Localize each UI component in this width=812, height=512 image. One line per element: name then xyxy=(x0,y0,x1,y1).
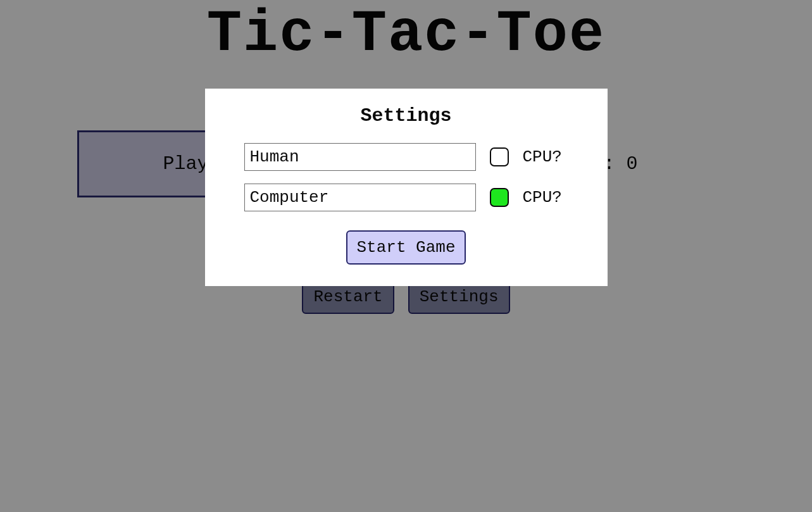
player-2-cpu-label: CPU? xyxy=(523,188,562,207)
player-2-cpu-checkbox[interactable] xyxy=(490,188,509,207)
player-1-cpu-label: CPU? xyxy=(523,147,562,166)
settings-modal: Settings CPU? CPU? Start Game xyxy=(205,89,608,286)
start-row: Start Game xyxy=(230,230,582,265)
player-2-name-input[interactable] xyxy=(244,184,476,211)
settings-modal-title: Settings xyxy=(230,105,582,127)
player-1-cpu-checkbox[interactable] xyxy=(490,147,509,166)
player-2-row: CPU? xyxy=(230,184,582,211)
player-1-name-input[interactable] xyxy=(244,143,476,171)
start-game-button[interactable]: Start Game xyxy=(346,230,465,265)
player-1-row: CPU? xyxy=(230,143,582,171)
modal-overlay[interactable]: Settings CPU? CPU? Start Game xyxy=(0,0,812,512)
